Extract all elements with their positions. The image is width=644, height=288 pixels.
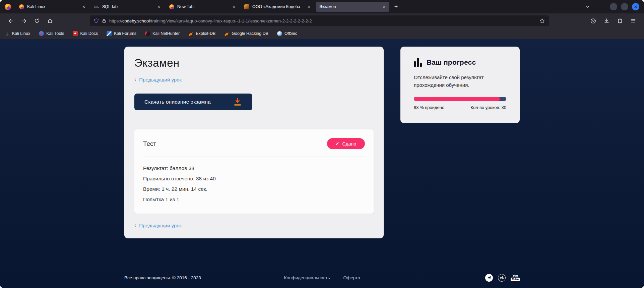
download-exam-description-button[interactable]: Скачать описание экзамна — [134, 94, 252, 110]
bookmark-offsec[interactable]: OffSec — [277, 31, 297, 36]
bookmark-label: Kali Docs — [80, 31, 98, 36]
test-results: Результат: баллов 38 Правильно отвечено:… — [143, 163, 365, 205]
tab-new-tab[interactable]: New Tab × — [166, 2, 239, 12]
tab-close-icon[interactable]: × — [381, 3, 387, 10]
page-footer: Все права защищены. © 2016 - 2023 Конфид… — [124, 270, 520, 285]
bookmark-kali-docs[interactable]: Kali Docs — [73, 31, 98, 36]
progress-labels: 93 % пройдено Кол-во уроков: 30 — [414, 105, 506, 110]
tab-close-icon[interactable]: × — [231, 3, 237, 10]
firefox-icon — [19, 4, 24, 9]
status-badge-passed[interactable]: ✓ Сдано — [327, 138, 365, 149]
tab-title: Kali Linux — [27, 4, 80, 9]
home-icon[interactable] — [45, 15, 55, 26]
forward-icon[interactable] — [18, 15, 29, 26]
progress-title: Ваш прогресс — [427, 58, 476, 66]
bookmark-label: Kali Tools — [46, 31, 64, 36]
extensions-puzzle-icon[interactable] — [615, 15, 625, 26]
tab-bar: Kali Linux × SQL SQL-lab × New Tab × ООО… — [0, 0, 644, 13]
page-content: Экзамен ‹ Предыдущий урок Скачать описан… — [0, 39, 644, 288]
status-label: Сдано — [342, 141, 356, 147]
bookmark-exploit-db[interactable]: Exploit-DB — [188, 31, 215, 36]
page-title: Экзамен — [134, 57, 374, 69]
bookmark-label: Google Hacking DB — [232, 31, 268, 36]
previous-lesson-link-bottom[interactable]: ‹ Предыдущий урок — [134, 222, 182, 228]
kali-nethunter-icon — [145, 31, 150, 36]
minimize-button[interactable] — [610, 3, 617, 10]
url-bar[interactable]: https:// codeby.school /training/view/ku… — [90, 15, 549, 26]
vk-icon[interactable]: vk — [498, 274, 506, 282]
telegram-icon[interactable] — [485, 274, 493, 282]
copyright-text: Все права защищены. © 2016 - 2023 — [124, 275, 201, 280]
tab-close-icon[interactable]: × — [80, 3, 87, 10]
progress-percent-label: 93 % пройдено — [414, 105, 444, 110]
bar-chart-icon — [414, 58, 422, 67]
offer-link[interactable]: Оферта — [343, 275, 360, 280]
previous-lesson-link-top[interactable]: ‹ Предыдущий урок — [134, 76, 182, 82]
kali-tools-icon — [39, 31, 44, 36]
bookmark-label: Kali Forums — [114, 31, 136, 36]
toolbar-right-icons — [588, 15, 638, 26]
result-attempt: Попытка 1 из 1 — [143, 194, 365, 205]
tab-kali-linux[interactable]: Kali Linux × — [16, 2, 89, 12]
browser-window: Kali Linux × SQL SQL-lab × New Tab × ООО… — [0, 0, 644, 288]
kali-forums-icon — [107, 31, 112, 36]
progress-card: Ваш прогресс Отслеживайте свой результат… — [400, 47, 520, 123]
window-close-button[interactable]: × — [632, 3, 639, 10]
reload-icon[interactable] — [31, 15, 42, 26]
test-card: Тест ✓ Сдано Результат: баллов 38 Правил… — [134, 129, 374, 214]
bookmark-star-icon[interactable] — [539, 18, 545, 23]
result-score: Результат: баллов 38 — [143, 163, 365, 173]
sql-favicon: SQL — [94, 4, 99, 9]
tab-academy[interactable]: ООО «Академия Кодеба × — [241, 2, 314, 12]
tab-close-icon[interactable]: × — [306, 3, 312, 10]
menu-hamburger-icon[interactable] — [629, 15, 638, 26]
privacy-link[interactable]: Конфиденциальность — [284, 275, 330, 280]
tab-close-icon[interactable]: × — [155, 3, 162, 10]
download-arrow-icon — [233, 98, 242, 106]
tab-ekzamen-active[interactable]: Экзамен × — [316, 2, 389, 12]
exploit-db-bird-icon — [188, 31, 193, 36]
youtube-text-top: You — [512, 274, 518, 277]
new-tab-button[interactable]: + — [391, 2, 401, 12]
firefox-app-icon — [5, 4, 11, 10]
youtube-text-bottom: Tube — [511, 278, 520, 281]
progress-fill — [414, 97, 500, 101]
ghdb-bird-icon — [224, 31, 229, 36]
previous-lesson-label: Предыдущий урок — [139, 223, 182, 228]
bookmark-kali-linux[interactable]: Kali Linux — [5, 31, 30, 36]
result-time: Время: 1 ч. 22 мин. 14 сек. — [143, 184, 365, 194]
navigation-toolbar: https:// codeby.school /training/view/ku… — [0, 13, 644, 28]
bookmark-label: OffSec — [284, 31, 297, 36]
kali-docs-icon — [73, 31, 78, 36]
youtube-icon[interactable]: You Tube — [511, 274, 520, 281]
list-tabs-chevron-icon[interactable] — [585, 4, 590, 9]
bookmark-kali-forums[interactable]: Kali Forums — [107, 31, 136, 36]
url-domain: codeby.school — [122, 18, 150, 23]
test-header: Тест ✓ Сдано — [143, 138, 365, 149]
exam-card: Экзамен ‹ Предыдущий урок Скачать описан… — [124, 47, 384, 238]
bookmarks-toolbar: Kali Linux Kali Tools Kali Docs Kali For… — [0, 28, 644, 39]
download-button-label: Скачать описание экзамна — [144, 99, 211, 105]
divider — [143, 157, 365, 157]
back-icon[interactable] — [5, 15, 16, 26]
bookmark-kali-tools[interactable]: Kali Tools — [39, 31, 64, 36]
bookmark-kali-nethunter[interactable]: Kali NetHunter — [145, 31, 180, 36]
progress-lessons-label: Кол-во уроков: 30 — [470, 105, 506, 110]
tab-sql-lab[interactable]: SQL SQL-lab × — [91, 2, 164, 12]
pocket-icon[interactable] — [588, 15, 598, 26]
maximize-button[interactable] — [621, 3, 628, 10]
progress-header: Ваш прогресс — [414, 58, 506, 67]
url-path: /training/view/kurs-laquo-osnovy-linux-r… — [150, 18, 312, 23]
tab-title: Экзамен — [319, 4, 381, 9]
offsec-icon — [277, 31, 282, 36]
bookmark-label: Kali NetHunter — [152, 31, 180, 36]
tab-title: SQL-lab — [102, 4, 155, 9]
downloads-icon[interactable] — [602, 15, 611, 26]
test-title: Тест — [143, 140, 156, 148]
kali-dragon-icon — [5, 31, 10, 36]
bookmark-google-hacking-db[interactable]: Google Hacking DB — [224, 31, 268, 36]
lock-icon[interactable] — [102, 18, 106, 23]
footer-links: Конфиденциальность Оферта — [284, 275, 360, 280]
bookmark-label: Exploit-DB — [196, 31, 215, 36]
tracking-protection-shield-icon[interactable] — [94, 18, 99, 23]
